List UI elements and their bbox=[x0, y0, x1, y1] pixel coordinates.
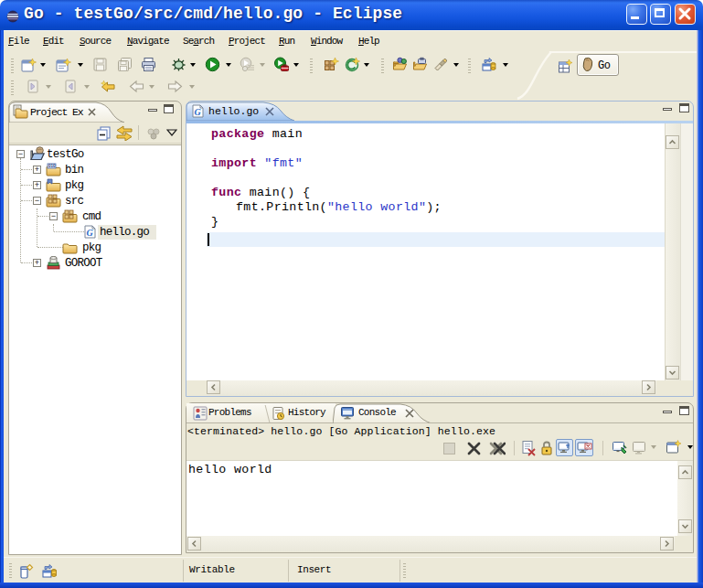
svg-text:G: G bbox=[87, 228, 94, 238]
svg-text:010: 010 bbox=[48, 164, 56, 168]
svg-text:G: G bbox=[195, 107, 202, 117]
